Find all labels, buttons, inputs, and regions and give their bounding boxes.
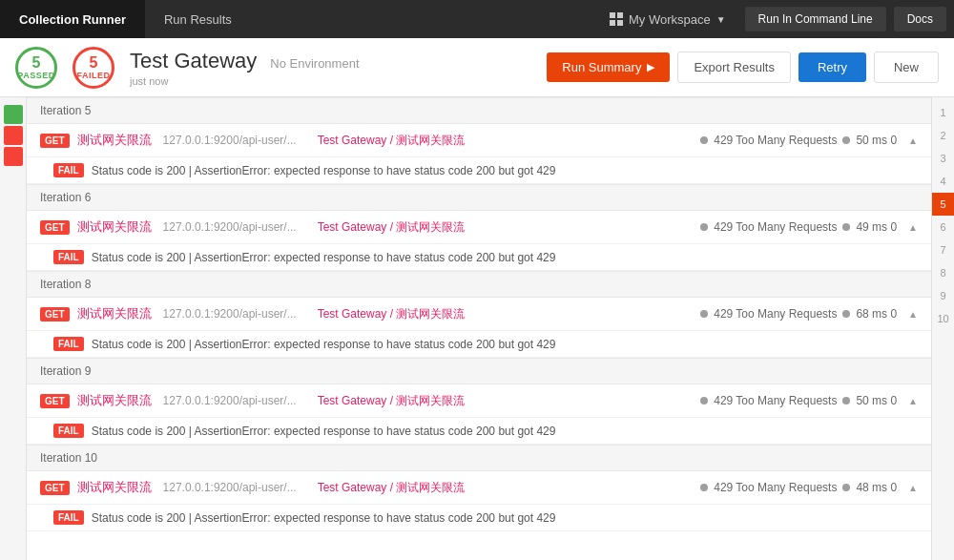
test-info: Test Gateway No Environment just now [130, 49, 360, 87]
nav-run-results[interactable]: Run Results [145, 0, 251, 38]
docs-button[interactable]: Docs [894, 7, 946, 31]
status-text: 429 Too Many Requests [714, 394, 837, 407]
request-url: 127.0.0.1:9200/api-user/... [163, 394, 297, 407]
fail-row: FAIL Status code is 200 | AssertionError… [27, 505, 931, 531]
method-badge: GET [40, 220, 70, 235]
workspace-label: My Workspace [629, 12, 711, 27]
arrow-icon: ▶ [647, 61, 654, 73]
request-url: 127.0.0.1:9200/api-user/... [163, 307, 297, 321]
sidebar-icon-green-1[interactable] [4, 105, 23, 124]
run-summary-label: Run Summary [562, 60, 641, 74]
request-status: 429 Too Many Requests 48 ms 0 ▲ [700, 481, 918, 494]
fail-row: FAIL Status code is 200 | AssertionError… [27, 418, 931, 445]
request-row[interactable]: GET 测试网关限流 127.0.0.1:9200/api-user/... T… [27, 384, 931, 418]
fail-row: FAIL Status code is 200 | AssertionError… [27, 331, 931, 358]
left-sidebar [0, 97, 27, 560]
timing-dot [842, 310, 850, 318]
export-results-button[interactable]: Export Results [677, 52, 791, 83]
run-summary-button[interactable]: Run Summary ▶ [547, 52, 670, 82]
status-text: 429 Too Many Requests [714, 134, 837, 147]
failed-label: FAILED [76, 71, 110, 80]
nav-collection-runner[interactable]: Collection Runner [0, 0, 145, 38]
fail-row: FAIL Status code is 200 | AssertionError… [27, 157, 931, 184]
nav-right-buttons: Run In Command Line Docs [745, 7, 946, 31]
request-name: 测试网关限流 [77, 479, 152, 496]
sidebar-icon-red-2[interactable] [4, 147, 23, 166]
failed-count: 5 [90, 55, 98, 71]
passed-count: 5 [32, 55, 41, 71]
fail-badge: FAIL [53, 337, 84, 351]
timing: 48 ms 0 [856, 481, 897, 494]
fail-badge: FAIL [53, 163, 84, 177]
page-num-8[interactable]: 8 [932, 261, 955, 284]
chevron-down-icon: ▼ [716, 14, 726, 25]
iteration-header-0: Iteration 5 [27, 97, 931, 124]
iteration-header-3: Iteration 9 [27, 358, 931, 384]
page-num-9[interactable]: 9 [932, 284, 955, 307]
method-badge: GET [40, 481, 70, 495]
method-badge: GET [40, 307, 70, 321]
passed-label: PASSED [17, 71, 54, 80]
request-row[interactable]: GET 测试网关限流 127.0.0.1:9200/api-user/... T… [27, 298, 931, 331]
retry-button[interactable]: Retry [798, 52, 866, 82]
request-status: 429 Too Many Requests 50 ms 0 ▲ [700, 394, 918, 407]
page-num-7[interactable]: 7 [932, 239, 955, 261]
request-path: Test Gateway / 测试网关限流 [318, 306, 466, 322]
fail-badge: FAIL [53, 510, 84, 525]
status-dot [700, 397, 708, 404]
expand-icon[interactable]: ▲ [908, 135, 918, 146]
page-num-10[interactable]: 10 [932, 307, 955, 330]
failed-badge: 5 FAILED [73, 47, 114, 89]
test-environment: No Environment [270, 56, 359, 71]
fail-message: Status code is 200 | AssertionError: exp… [92, 338, 556, 351]
request-row[interactable]: GET 测试网关限流 127.0.0.1:9200/api-user/... T… [27, 124, 931, 157]
grid-icon [610, 12, 623, 26]
iteration-header-1: Iteration 6 [27, 184, 931, 211]
nav-workspace[interactable]: My Workspace ▼ [610, 12, 726, 27]
page-num-4[interactable]: 4 [932, 170, 955, 193]
sub-header-actions: Run Summary ▶ Export Results Retry New [547, 52, 939, 83]
fail-message: Status code is 200 | AssertionError: exp… [92, 425, 556, 438]
status-dot [700, 484, 708, 491]
request-row[interactable]: GET 测试网关限流 127.0.0.1:9200/api-user/... T… [27, 471, 931, 505]
sidebar-icon-red-1[interactable] [4, 126, 23, 145]
test-time: just now [130, 75, 360, 87]
timing: 68 ms 0 [856, 307, 897, 321]
page-num-2[interactable]: 2 [932, 124, 955, 147]
command-line-button[interactable]: Run In Command Line [745, 7, 886, 31]
collection-runner-label: Collection Runner [19, 12, 126, 27]
method-badge: GET [40, 394, 70, 408]
iteration-header-4: Iteration 10 [27, 445, 931, 471]
expand-icon[interactable]: ▲ [908, 222, 918, 233]
fail-message: Status code is 200 | AssertionError: exp… [92, 164, 556, 177]
test-title: Test Gateway [130, 49, 257, 73]
request-row[interactable]: GET 测试网关限流 127.0.0.1:9200/api-user/... T… [27, 211, 931, 244]
new-button[interactable]: New [874, 52, 939, 83]
request-path: Test Gateway / 测试网关限流 [318, 393, 466, 409]
request-path: Test Gateway / 测试网关限流 [318, 133, 466, 149]
top-nav: Collection Runner Run Results My Workspa… [0, 0, 954, 38]
request-path: Test Gateway / 测试网关限流 [318, 480, 466, 496]
expand-icon[interactable]: ▲ [908, 483, 918, 493]
page-num-6[interactable]: 6 [932, 216, 955, 239]
iteration-header-2: Iteration 8 [27, 271, 931, 298]
status-dot [700, 136, 708, 144]
status-text: 429 Too Many Requests [714, 220, 837, 234]
request-url: 127.0.0.1:9200/api-user/... [163, 134, 297, 147]
expand-icon[interactable]: ▲ [908, 396, 918, 406]
fail-message: Status code is 200 | AssertionError: exp… [92, 511, 556, 525]
timing: 50 ms 0 [856, 134, 897, 147]
timing: 49 ms 0 [856, 220, 897, 234]
page-num-3[interactable]: 3 [932, 147, 955, 170]
request-status: 429 Too Many Requests 49 ms 0 ▲ [700, 220, 918, 234]
request-path: Test Gateway / 测试网关限流 [318, 219, 466, 236]
request-name: 测试网关限流 [77, 132, 152, 149]
request-name: 测试网关限流 [77, 305, 152, 322]
page-num-1[interactable]: 1 [932, 101, 955, 124]
timing: 50 ms 0 [856, 394, 897, 407]
request-status: 429 Too Many Requests 50 ms 0 ▲ [700, 134, 918, 147]
expand-icon[interactable]: ▲ [908, 309, 918, 320]
page-num-5[interactable]: 5 [932, 193, 955, 216]
timing-dot [842, 223, 850, 231]
request-url: 127.0.0.1:9200/api-user/... [163, 220, 297, 234]
